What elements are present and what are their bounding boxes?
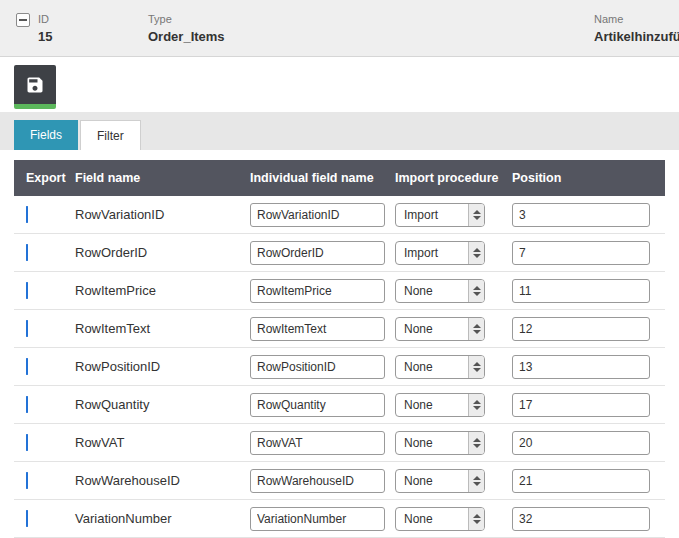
stepper-icon (468, 242, 484, 264)
export-checkbox[interactable] (26, 320, 28, 337)
individual-field-name-input[interactable] (250, 241, 385, 265)
import-procedure-value: None (396, 436, 468, 450)
position-cell (512, 507, 665, 531)
stepper-icon (468, 508, 484, 530)
position-input[interactable] (512, 279, 650, 303)
export-cell (26, 511, 75, 526)
individual-field-name-input[interactable] (250, 203, 385, 227)
field-name-label: RowOrderID (75, 245, 250, 260)
export-checkbox[interactable] (26, 244, 28, 261)
tab-filter[interactable]: Filter (80, 120, 141, 150)
import-procedure-select[interactable]: Import (395, 241, 485, 265)
import-procedure-select[interactable]: None (395, 507, 485, 531)
table-row: RowVariationID Import (14, 196, 665, 234)
export-checkbox[interactable] (26, 472, 28, 489)
individual-field-name-input[interactable] (250, 469, 385, 493)
individual-field-name-cell (250, 431, 395, 455)
position-input[interactable] (512, 393, 650, 417)
export-checkbox[interactable] (26, 510, 28, 527)
col-header-import-procedure: Import procedure (395, 171, 512, 185)
col-header-position: Position (512, 171, 665, 185)
position-cell (512, 469, 665, 493)
chevron-down-icon (473, 482, 481, 486)
chevron-up-icon (473, 476, 481, 480)
chevron-down-icon (473, 368, 481, 372)
position-input[interactable] (512, 469, 650, 493)
position-cell (512, 279, 665, 303)
tab-bar: Fields Filter (0, 112, 679, 150)
import-procedure-value: None (396, 398, 468, 412)
chevron-up-icon (473, 514, 481, 518)
chevron-down-icon (473, 292, 481, 296)
import-procedure-select[interactable]: None (395, 431, 485, 455)
collapse-icon[interactable] (16, 13, 30, 27)
import-procedure-select[interactable]: None (395, 317, 485, 341)
import-procedure-select[interactable]: None (395, 355, 485, 379)
name-label: Name (594, 13, 679, 25)
import-procedure-cell: None (395, 355, 512, 379)
table-row: RowOrderID Import (14, 234, 665, 272)
import-procedure-cell: None (395, 469, 512, 493)
individual-field-name-input[interactable] (250, 279, 385, 303)
field-name-label: RowPositionID (75, 359, 250, 374)
position-cell (512, 241, 665, 265)
import-procedure-value: None (396, 512, 468, 526)
chevron-down-icon (473, 254, 481, 258)
table-row: RowWarehouseID None (14, 462, 665, 500)
import-procedure-value: Import (396, 246, 468, 260)
import-procedure-select[interactable]: None (395, 279, 485, 303)
import-procedure-select[interactable]: None (395, 393, 485, 417)
export-cell (26, 473, 75, 488)
import-procedure-cell: Import (395, 203, 512, 227)
export-checkbox[interactable] (26, 434, 28, 451)
individual-field-name-input[interactable] (250, 431, 385, 455)
export-checkbox[interactable] (26, 358, 28, 375)
chevron-up-icon (473, 210, 481, 214)
export-cell (26, 397, 75, 412)
chevron-up-icon (473, 438, 481, 442)
save-button[interactable] (14, 65, 56, 109)
chevron-down-icon (473, 520, 481, 524)
export-checkbox[interactable] (26, 396, 28, 413)
col-header-field-name: Field name (75, 171, 250, 185)
individual-field-name-input[interactable] (250, 355, 385, 379)
stepper-icon (468, 318, 484, 340)
position-cell (512, 393, 665, 417)
position-input[interactable] (512, 507, 650, 531)
position-input[interactable] (512, 203, 650, 227)
individual-field-name-input[interactable] (250, 507, 385, 531)
chevron-up-icon (473, 400, 481, 404)
stepper-icon (468, 204, 484, 226)
import-procedure-select[interactable]: None (395, 469, 485, 493)
import-procedure-cell: None (395, 317, 512, 341)
position-input[interactable] (512, 317, 650, 341)
field-name-label: RowVAT (75, 435, 250, 450)
individual-field-name-cell (250, 393, 395, 417)
stepper-icon (468, 394, 484, 416)
export-cell (26, 435, 75, 450)
table-header-row: Export Field name Individual field name … (14, 160, 665, 196)
export-checkbox[interactable] (26, 282, 28, 299)
table-row: RowPositionID None (14, 348, 665, 386)
import-procedure-cell: Import (395, 241, 512, 265)
position-input[interactable] (512, 355, 650, 379)
individual-field-name-cell (250, 355, 395, 379)
export-cell (26, 359, 75, 374)
position-input[interactable] (512, 241, 650, 265)
position-input[interactable] (512, 431, 650, 455)
individual-field-name-input[interactable] (250, 317, 385, 341)
import-procedure-value: Import (396, 208, 468, 222)
import-procedure-select[interactable]: Import (395, 203, 485, 227)
individual-field-name-input[interactable] (250, 393, 385, 417)
table-row: VariationNumber None (14, 500, 665, 538)
import-procedure-cell: None (395, 431, 512, 455)
position-cell (512, 355, 665, 379)
export-checkbox[interactable] (26, 206, 28, 223)
type-value: Order_Items (148, 29, 225, 44)
export-cell (26, 207, 75, 222)
individual-field-name-cell (250, 203, 395, 227)
tab-fields[interactable]: Fields (14, 120, 78, 150)
col-header-individual-field-name: Individual field name (250, 171, 395, 185)
individual-field-name-cell (250, 507, 395, 531)
import-procedure-cell: None (395, 279, 512, 303)
